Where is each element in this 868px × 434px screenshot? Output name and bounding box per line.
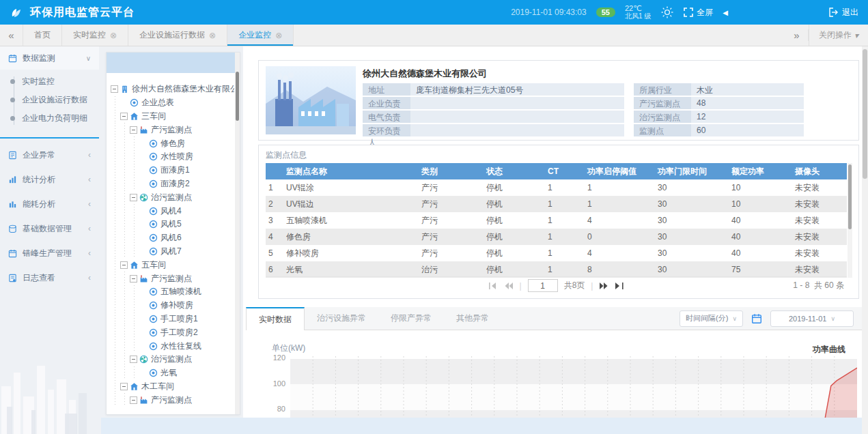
last-page-icon[interactable] bbox=[615, 282, 624, 290]
prev-page-icon[interactable] bbox=[504, 282, 514, 290]
col-header: 功率门限时间 bbox=[655, 163, 729, 179]
tab-other-exception[interactable]: 其他异常 bbox=[444, 307, 501, 330]
tab-realtime-data[interactable]: 实时数据 bbox=[246, 307, 305, 330]
sidebar: 数据监测 ∨ 实时监控 企业设施运行数据 企业电力负荷明细 企业异常‹ 统计分析… bbox=[0, 46, 99, 434]
collapse-expander-icon[interactable] bbox=[120, 383, 128, 390]
tree-node-workshop5[interactable]: 五车间 bbox=[111, 258, 234, 272]
tab-facility-data[interactable]: 企业设施运行数据⊗ bbox=[128, 25, 227, 46]
collapse-expander-icon[interactable] bbox=[130, 126, 137, 134]
table-row[interactable]: 3五轴喷漆机产污停机143040未安装 bbox=[266, 212, 847, 229]
sidebar-item-statistics[interactable]: 统计分析‹ bbox=[0, 167, 99, 192]
collapse-arrow-icon[interactable]: ◀ bbox=[723, 9, 728, 16]
col-header: CT bbox=[545, 163, 585, 179]
sidebar-item-base-data-management[interactable]: 基础数据管理‹ bbox=[0, 216, 99, 241]
target-icon bbox=[149, 247, 158, 256]
tree-node-leaf[interactable]: 手工喷房1 bbox=[111, 313, 234, 326]
wind-label: 北风1 级 bbox=[625, 12, 651, 20]
sidebar-item-realtime-monitor[interactable]: 实时监控 bbox=[0, 72, 99, 91]
table-row[interactable]: 4修色房产污停机103040未安装 bbox=[266, 229, 847, 245]
tree-node-leaf[interactable]: 面漆房1 bbox=[111, 164, 234, 177]
target-icon bbox=[149, 166, 158, 175]
tree-node-total-meter[interactable]: 企业总表 bbox=[111, 96, 234, 110]
collapse-expander-icon[interactable] bbox=[130, 396, 137, 404]
table-scrollbar[interactable] bbox=[848, 163, 852, 278]
tree-node-leaf[interactable]: 风机6 bbox=[111, 231, 234, 245]
collapse-expander-icon[interactable] bbox=[120, 261, 128, 269]
tabs-scroll-left-icon[interactable]: « bbox=[0, 25, 23, 46]
tree-node-woodwork-shop[interactable]: 木工车间 bbox=[111, 380, 234, 394]
sidebar-item-power-load-detail[interactable]: 企业电力负荷明细 bbox=[0, 109, 99, 128]
table-row[interactable]: 1UV辊涂产污停机113010未安装 bbox=[266, 179, 847, 196]
sidebar-item-enterprise-exception[interactable]: 企业异常‹ bbox=[0, 143, 99, 167]
tab-home[interactable]: 首页 bbox=[23, 25, 62, 46]
log-icon bbox=[8, 274, 17, 283]
tree-node-company[interactable]: 徐州大自然德森堡木业有限公司 bbox=[111, 83, 234, 96]
table-scrollbar-thumb[interactable] bbox=[848, 164, 852, 229]
tree-node-leaf[interactable]: 风机5 bbox=[111, 218, 234, 231]
target-icon bbox=[149, 139, 158, 148]
first-page-icon[interactable] bbox=[488, 282, 498, 290]
sidebar-item-energy-analysis[interactable]: 能耗分析‹ bbox=[0, 192, 99, 216]
close-tab-icon[interactable]: ⊗ bbox=[209, 31, 216, 40]
collapse-expander-icon[interactable] bbox=[130, 356, 137, 363]
table-row[interactable]: 5修补喷房产污停机143040未安装 bbox=[266, 245, 847, 261]
tree-node-leaf[interactable]: 修补喷房 bbox=[111, 299, 234, 313]
tree-node-pollution-points[interactable]: 产污监测点 bbox=[111, 393, 234, 407]
tabs-scroll-right-icon[interactable]: » bbox=[785, 29, 809, 41]
tree-node-label: 手工喷房2 bbox=[160, 327, 198, 338]
tree-node-leaf[interactable]: 光氧 bbox=[111, 366, 234, 380]
tab-treatment-exception[interactable]: 治污设施异常 bbox=[305, 307, 378, 330]
tab-production-limit-exception[interactable]: 停限产异常 bbox=[378, 307, 444, 330]
tree-node-leaf[interactable]: 五轴喷漆机 bbox=[111, 285, 234, 299]
tree-node-pollution-points[interactable]: 产污监测点 bbox=[111, 123, 234, 136]
tab-realtime-monitor[interactable]: 实时监控⊗ bbox=[62, 25, 128, 46]
fullscreen-button[interactable]: 全屏 bbox=[684, 7, 713, 18]
tree-selected-bar[interactable] bbox=[107, 53, 235, 73]
tree-node-treatment-points[interactable]: 治污监测点 bbox=[111, 353, 234, 366]
power-curve-chart bbox=[290, 356, 857, 418]
field-value: 48 bbox=[691, 97, 804, 109]
close-operations-dropdown[interactable]: 关闭操作▾ bbox=[809, 25, 868, 46]
tree-node-leaf[interactable]: 修色房 bbox=[111, 136, 234, 150]
tree-scrollbar-thumb[interactable] bbox=[236, 72, 239, 121]
tree-scrollbar[interactable] bbox=[235, 53, 240, 414]
collapse-expander-icon[interactable] bbox=[120, 113, 128, 120]
date-select[interactable]: 2019-11-01∨ bbox=[770, 310, 854, 327]
tree-node-treatment-points[interactable]: 治污监测点 bbox=[111, 190, 234, 204]
tree-node-pollution-points[interactable]: 产污监测点 bbox=[111, 272, 234, 285]
tree-node-leaf[interactable]: 水性喷房 bbox=[111, 150, 234, 164]
page-number-input[interactable] bbox=[528, 279, 558, 292]
sidebar-item-log-view[interactable]: 日志查看‹ bbox=[0, 265, 99, 290]
table-row[interactable]: 6光氧治污停机183075未安装 bbox=[266, 261, 847, 278]
tree-node-leaf[interactable]: 风机7 bbox=[111, 245, 234, 259]
calendar-button[interactable] bbox=[748, 310, 765, 327]
interval-select[interactable]: 时间间隔(分)∨ bbox=[680, 310, 743, 327]
tree-node-leaf[interactable]: 手工喷房2 bbox=[111, 326, 234, 339]
tree-node-leaf[interactable]: 水性往复线 bbox=[111, 339, 234, 353]
main-content: 徐州大自然德森堡木业有限公司 地址 庞车街道柳集村三先大道05号 所属行业 木业… bbox=[243, 46, 862, 418]
chart-unit-label: 单位(kW) bbox=[272, 343, 305, 354]
tab-label: 企业监控 bbox=[238, 29, 271, 41]
close-tab-icon[interactable]: ⊗ bbox=[110, 31, 117, 40]
collapse-expander-icon[interactable] bbox=[130, 275, 137, 283]
logout-icon bbox=[829, 8, 839, 17]
bar-chart-icon bbox=[8, 200, 17, 209]
logout-button[interactable]: 退出 bbox=[829, 7, 858, 18]
collapse-expander-icon[interactable] bbox=[111, 85, 118, 93]
company-info-card: 徐州大自然德森堡木业有限公司 地址 庞车街道柳集村三先大道05号 所属行业 木业… bbox=[258, 60, 859, 141]
target-icon bbox=[149, 301, 158, 310]
table-row[interactable]: 2UV辊边产污停机113010未安装 bbox=[266, 196, 847, 212]
collapse-expander-icon[interactable] bbox=[130, 194, 137, 201]
sidebar-item-staggered-production[interactable]: 错峰生产管理‹ bbox=[0, 241, 99, 265]
tree-node-leaf[interactable]: 面漆房2 bbox=[111, 177, 234, 191]
tree-node-workshop3[interactable]: 三车间 bbox=[111, 110, 234, 124]
close-tab-icon[interactable]: ⊗ bbox=[275, 31, 282, 40]
sidebar-group-data-monitoring[interactable]: 数据监测 ∨ bbox=[0, 46, 99, 70]
target-icon bbox=[149, 233, 158, 242]
sidebar-item-facility-data[interactable]: 企业设施运行数据 bbox=[0, 91, 99, 109]
next-page-icon[interactable] bbox=[599, 282, 608, 290]
tree-node-leaf[interactable]: 风机4 bbox=[111, 204, 234, 218]
tab-enterprise-monitor[interactable]: 企业监控⊗ bbox=[227, 25, 294, 46]
page-scrollbar-thumb[interactable] bbox=[863, 49, 867, 179]
page-scrollbar[interactable] bbox=[862, 46, 868, 434]
